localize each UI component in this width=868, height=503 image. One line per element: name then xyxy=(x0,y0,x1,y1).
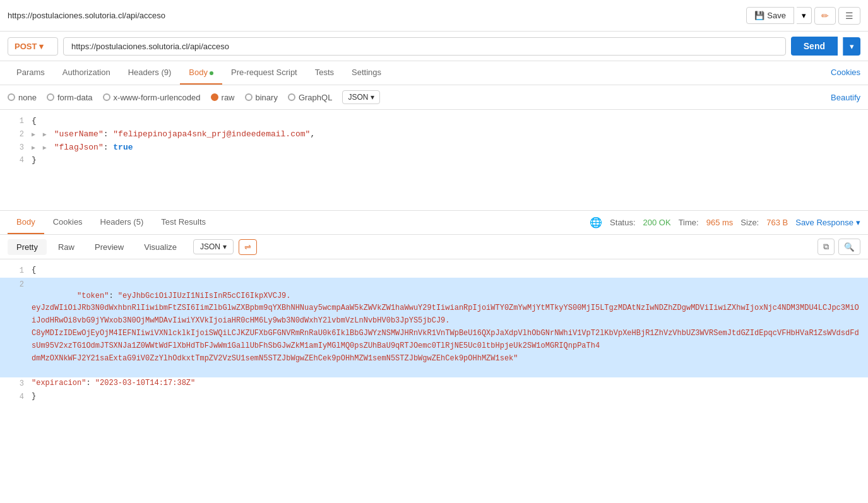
resp-line-4: 4 } xyxy=(0,391,868,404)
tab-tests[interactable]: Tests xyxy=(306,61,343,85)
save-icon: 💾 xyxy=(754,11,764,20)
tab-cookies[interactable]: Cookies xyxy=(831,61,860,85)
edit-button[interactable]: ✏ xyxy=(814,7,836,25)
copy-icon: ⧉ xyxy=(823,242,829,251)
chevron-down-icon: ▾ xyxy=(39,42,44,51)
radio-urlencoded[interactable] xyxy=(103,93,110,101)
top-bar: https://postulaciones.solutoria.cl/api/a… xyxy=(0,0,868,32)
tab-settings[interactable]: Settings xyxy=(343,61,390,85)
option-graphql[interactable]: GraphQL xyxy=(288,93,332,102)
expand-icon4: ▶ xyxy=(43,145,47,151)
resp-tab-test-results[interactable]: Test Results xyxy=(152,211,215,234)
body-active-dot xyxy=(210,71,213,75)
tab-params[interactable]: Params xyxy=(8,61,54,85)
response-tabs-row: Body Cookies Headers (5) Test Results 🌐 … xyxy=(0,211,868,235)
option-form-data[interactable]: form-data xyxy=(47,93,93,102)
tab-body[interactable]: Body xyxy=(180,61,222,85)
method-select[interactable]: POST ▾ xyxy=(8,37,58,56)
method-label: POST xyxy=(15,42,37,51)
tab-pre-request[interactable]: Pre-request Script xyxy=(222,61,306,85)
comment-icon: ☰ xyxy=(845,11,853,21)
resp-sub-tab-visualize[interactable]: Visualize xyxy=(135,239,186,255)
code-line-2: 2 ▶ ▶ "userName": "felipepinojapa4snk_pr… xyxy=(0,128,868,141)
beautify-button[interactable]: Beautify xyxy=(831,93,860,102)
resp-sub-tab-pretty[interactable]: Pretty xyxy=(8,239,47,255)
expand-icon2: ▶ xyxy=(43,131,47,138)
top-bar-actions: 💾 Save ▾ ✏ ☰ xyxy=(746,7,860,25)
resp-line-2: 2 "token": "eyJhbGciOiJIUzI1NiIsInR5cCI6… xyxy=(0,278,868,377)
chevron-down-icon: ▾ xyxy=(802,11,806,20)
radio-raw[interactable] xyxy=(211,93,218,101)
send-button[interactable]: Send xyxy=(791,37,838,56)
search-icon: 🔍 xyxy=(844,242,855,252)
response-sub-tabs: Pretty Raw Preview Visualize JSON ▾ ⇌ ⧉ xyxy=(0,235,868,259)
filter-icon-button[interactable]: ⇌ xyxy=(239,239,257,255)
comment-button[interactable]: ☰ xyxy=(838,7,860,25)
chevron-down-icon: ▾ xyxy=(850,42,854,51)
globe-icon: 🌐 xyxy=(590,216,602,228)
resp-sub-tab-preview[interactable]: Preview xyxy=(86,239,133,255)
request-url-title: https://postulaciones.solutoria.cl/api/a… xyxy=(8,11,165,20)
code-line-3: 3 ▶ ▶ "flagJson": true xyxy=(0,141,868,155)
option-urlencoded[interactable]: x-www-form-urlencoded xyxy=(103,93,201,102)
request-tabs: Params Authorization Headers (9) Body Pr… xyxy=(0,61,868,85)
response-section: Body Cookies Headers (5) Test Results 🌐 … xyxy=(0,211,868,503)
resp-tab-headers[interactable]: Headers (5) xyxy=(92,211,153,234)
expand-icon: ▶ xyxy=(32,131,35,138)
code-line-1: 1 { xyxy=(0,115,868,128)
copy-response-button[interactable]: ⧉ xyxy=(817,239,835,255)
save-button[interactable]: 💾 Save xyxy=(746,7,794,24)
chevron-down-icon: ▾ xyxy=(223,242,227,251)
resp-tab-cookies[interactable]: Cookies xyxy=(44,211,92,234)
response-json-select[interactable]: JSON ▾ xyxy=(193,239,234,254)
edit-icon: ✏ xyxy=(821,11,829,21)
resp-line-3: 3 "expiracion": "2023-03-10T14:17:38Z" xyxy=(0,377,868,391)
option-binary[interactable]: binary xyxy=(245,93,278,102)
radio-binary[interactable] xyxy=(245,93,253,101)
tab-authorization[interactable]: Authorization xyxy=(54,61,119,85)
response-status-bar: 🌐 Status: 200 OK Time: 965 ms Size: 763 … xyxy=(590,216,860,228)
expand-icon3: ▶ xyxy=(32,145,35,151)
save-dropdown-button[interactable]: ▾ xyxy=(797,7,812,24)
send-dropdown-button[interactable]: ▾ xyxy=(843,37,860,56)
tab-headers[interactable]: Headers (9) xyxy=(119,61,181,85)
radio-form-data[interactable] xyxy=(47,93,54,101)
response-code-area[interactable]: 1 { 2 "token": "eyJhbGciOiJIUzI1NiIsInR5… xyxy=(0,259,868,503)
resp-tab-body[interactable]: Body xyxy=(8,211,44,234)
url-input[interactable] xyxy=(63,37,786,56)
response-actions: ⧉ 🔍 xyxy=(817,239,860,255)
code-line-4: 4 } xyxy=(0,154,868,167)
body-options: none form-data x-www-form-urlencoded raw… xyxy=(0,85,868,110)
request-code-editor[interactable]: 1 { 2 ▶ ▶ "userName": "felipepinojapa4sn… xyxy=(0,110,868,211)
option-raw[interactable]: raw xyxy=(211,93,235,102)
radio-graphql[interactable] xyxy=(288,93,295,101)
radio-none[interactable] xyxy=(8,93,15,101)
filter-icon: ⇌ xyxy=(244,242,251,252)
search-response-button[interactable]: 🔍 xyxy=(838,239,860,255)
save-label: Save xyxy=(767,11,786,20)
resp-sub-tab-raw[interactable]: Raw xyxy=(49,239,83,255)
resp-line-1: 1 { xyxy=(0,264,868,278)
json-type-select[interactable]: JSON ▾ xyxy=(342,90,380,104)
save-response-button[interactable]: Save Response ▾ xyxy=(795,218,860,227)
url-bar: POST ▾ Send ▾ xyxy=(0,32,868,61)
chevron-down-icon: ▾ xyxy=(856,218,860,227)
chevron-down-icon: ▾ xyxy=(371,93,374,102)
option-none[interactable]: none xyxy=(8,93,37,102)
